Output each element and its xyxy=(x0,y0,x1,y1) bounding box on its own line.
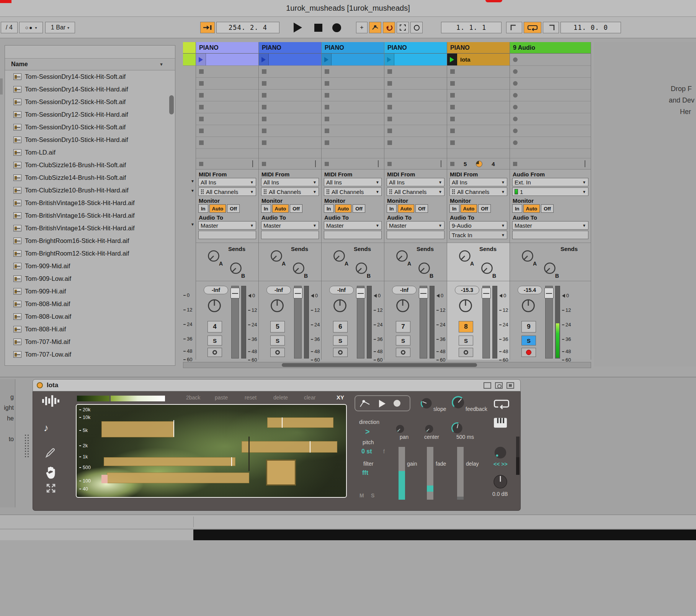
solo-button[interactable]: S xyxy=(459,336,473,345)
output-type-chooser[interactable]: Master▼ xyxy=(261,221,319,230)
file-row[interactable]: Tom-BritishVintage16-Stick-Hit-Hard.aif xyxy=(5,209,175,222)
track-volume-value[interactable]: -Inf xyxy=(266,286,291,294)
monitor-in-button[interactable]: In xyxy=(261,204,271,213)
capture-midi-button[interactable] xyxy=(397,22,409,33)
file-row[interactable]: Tom-909-Mid.aif xyxy=(5,260,175,272)
selected-clip-region[interactable] xyxy=(266,460,296,486)
arm-button[interactable] xyxy=(333,348,348,357)
output-db-value[interactable]: 0.0 dB xyxy=(492,491,508,497)
track-volume-value[interactable]: -Inf xyxy=(204,286,228,294)
loop-mode-icon[interactable] xyxy=(493,398,510,410)
envelope-icon[interactable] xyxy=(359,399,371,408)
volume-fader[interactable] xyxy=(231,286,239,359)
clip-slot[interactable] xyxy=(510,90,591,101)
clip-slot[interactable] xyxy=(447,66,510,78)
solo-label[interactable]: S xyxy=(371,492,374,499)
nudge-label[interactable]: << >> xyxy=(493,461,508,467)
browser-name-header[interactable]: Name ▼ xyxy=(5,58,175,70)
solo-button[interactable]: S xyxy=(333,336,348,345)
clip-launch-button[interactable] xyxy=(384,54,394,65)
clip-slot[interactable] xyxy=(384,66,447,78)
clip-slot[interactable] xyxy=(510,66,591,78)
arrangement-position-display[interactable]: 254. 2. 4 xyxy=(216,22,279,33)
file-row[interactable]: Tom-808-Low.aif xyxy=(5,310,175,323)
file-row[interactable]: Tom-707-Low.aif xyxy=(5,348,175,361)
fader-handle[interactable] xyxy=(544,288,554,298)
punch-out-button[interactable] xyxy=(543,22,559,33)
slope-knob[interactable] xyxy=(420,397,433,410)
monitor-off-button[interactable]: Off xyxy=(227,204,240,213)
metronome-control[interactable]: ○● ▾ xyxy=(19,22,43,33)
fader-handle[interactable] xyxy=(356,288,365,298)
output-channel-chooser[interactable]: Track In▼ xyxy=(449,231,507,239)
track-header[interactable]: PIANO xyxy=(259,42,321,54)
device-activator-icon[interactable] xyxy=(37,382,43,388)
output-channel-chooser[interactable] xyxy=(387,231,444,239)
clip-slot[interactable] xyxy=(384,90,447,101)
monitor-off-button[interactable]: Off xyxy=(353,204,365,213)
arm-button[interactable] xyxy=(459,348,473,357)
track-volume-value[interactable]: -15.4 xyxy=(518,286,542,294)
clip-slot-with-clip[interactable] xyxy=(322,54,384,66)
pan-knob[interactable] xyxy=(394,297,411,314)
session-record-button[interactable] xyxy=(410,22,423,33)
track-activator-button[interactable]: 5 xyxy=(270,321,285,332)
device-hotswap-icon[interactable] xyxy=(495,382,503,389)
session-horizontal-scrollbar[interactable] xyxy=(183,362,591,368)
track-activator-button[interactable]: 8 xyxy=(459,321,473,332)
volume-fader[interactable] xyxy=(545,286,553,359)
file-row[interactable]: Tom-808-Hi.aif xyxy=(5,323,175,336)
xy-mode-button[interactable]: XY xyxy=(337,394,344,401)
clip-slot[interactable] xyxy=(196,137,258,149)
file-row[interactable]: Tom-SessionDry12-Stick-Hit-Hard.aif xyxy=(5,108,175,121)
time-knob[interactable] xyxy=(451,422,464,435)
file-row[interactable]: Tom-707-Mid.aif xyxy=(5,336,175,348)
pencil-tool-icon[interactable] xyxy=(44,447,56,459)
note-tool-icon[interactable]: ♪ xyxy=(44,422,49,434)
track-volume-value[interactable]: -Inf xyxy=(329,286,354,294)
solo-button[interactable]: S xyxy=(207,336,222,345)
output-gain-knob[interactable] xyxy=(493,474,508,489)
clip-slot-with-clip[interactable] xyxy=(384,54,447,66)
spectrogram-display[interactable]: 20k10k5k2k1k50010040 xyxy=(76,404,347,498)
loop-button[interactable] xyxy=(524,22,541,33)
input-type-chooser[interactable]: Ext. In▼ xyxy=(512,178,588,186)
monitor-auto-button[interactable]: Auto xyxy=(335,204,352,213)
spectral-clip-region[interactable] xyxy=(242,441,337,453)
clip-slot[interactable] xyxy=(447,125,510,137)
waveform-icon[interactable] xyxy=(41,394,65,407)
volume-fader[interactable] xyxy=(420,286,427,359)
clip-slot[interactable] xyxy=(322,125,384,137)
feedback-knob[interactable] xyxy=(451,395,466,410)
clip-launch-button[interactable] xyxy=(447,54,457,65)
clip-launch-button[interactable] xyxy=(259,54,269,65)
output-channel-chooser[interactable] xyxy=(198,231,256,239)
clip-slot-with-clip[interactable]: Iota xyxy=(447,54,510,66)
clip-slot[interactable] xyxy=(384,78,447,90)
file-row[interactable]: Tom-ClubSizzle10-Brush-Hit-Hard.aif xyxy=(5,184,175,197)
clip-slot[interactable] xyxy=(447,137,510,149)
record-button[interactable] xyxy=(328,22,345,33)
add-button[interactable]: + xyxy=(356,22,368,33)
clip-slot[interactable] xyxy=(259,113,321,125)
loop-length-display[interactable]: 11. 0. 0 xyxy=(560,22,621,33)
file-row[interactable]: Tom-LD.aif xyxy=(5,146,175,159)
clip-slot[interactable] xyxy=(259,137,321,149)
track-header[interactable]: PIANO xyxy=(196,42,258,54)
solo-button[interactable]: S xyxy=(270,336,285,345)
spectral-clip-region[interactable] xyxy=(104,457,235,466)
volume-fader[interactable] xyxy=(357,286,364,359)
clip-slot-with-clip[interactable] xyxy=(259,54,321,66)
monitor-in-button[interactable]: In xyxy=(387,204,397,213)
time-signature[interactable]: / 4 xyxy=(1,22,18,33)
mute-label[interactable]: M xyxy=(359,492,364,499)
pan-knob[interactable] xyxy=(520,297,537,314)
clip-slot[interactable] xyxy=(510,137,591,149)
track-activator-button[interactable]: 9 xyxy=(521,321,536,332)
arm-button[interactable] xyxy=(521,348,536,357)
piano-icon[interactable] xyxy=(493,417,507,428)
file-row[interactable]: Tom-BritishVintage18-Stick-Hit-Hard.aif xyxy=(5,197,175,209)
device-toolbar-reset[interactable]: reset xyxy=(245,394,257,401)
input-type-chooser[interactable]: All Ins▼ xyxy=(261,178,319,186)
clip-slot[interactable] xyxy=(322,137,384,149)
